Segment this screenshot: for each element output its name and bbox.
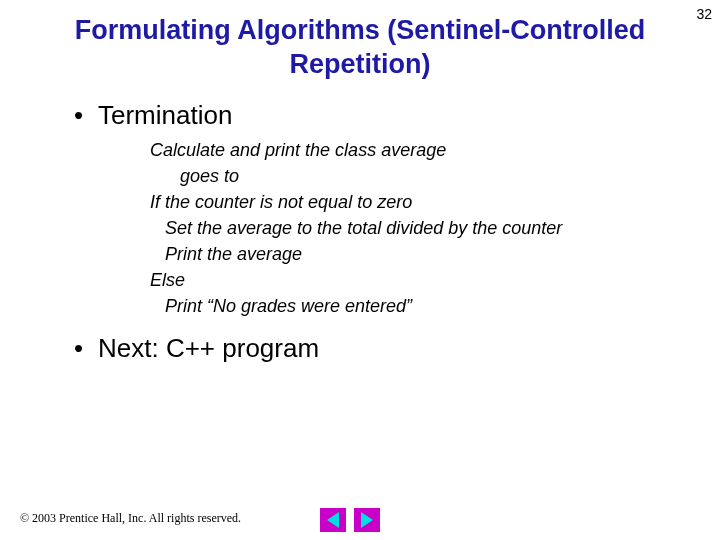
pseudo-line: Print “No grades were entered”: [150, 293, 690, 319]
nav-controls: [320, 508, 380, 532]
pseudocode-block: Calculate and print the class average go…: [150, 137, 690, 320]
slide-title: Formulating Algorithms (Sentinel-Control…: [70, 14, 650, 82]
bullet-dot-icon: •: [74, 335, 98, 361]
bullet-text: Next: C++ program: [98, 333, 319, 364]
slide-content: • Termination Calculate and print the cl…: [74, 100, 690, 365]
pseudo-line: If the counter is not equal to zero: [150, 189, 690, 215]
page-number: 32: [696, 6, 712, 22]
pseudo-line: Calculate and print the class average: [150, 137, 690, 163]
pseudo-line: Else: [150, 267, 690, 293]
slide: 32 Formulating Algorithms (Sentinel-Cont…: [0, 0, 720, 540]
pseudo-line: goes to: [150, 163, 690, 189]
prev-slide-button[interactable]: [320, 508, 346, 532]
pseudo-line: Set the average to the total divided by …: [150, 215, 690, 241]
bullet-text: Termination: [98, 100, 232, 131]
copyright-footer: © 2003 Prentice Hall, Inc. All rights re…: [20, 511, 241, 526]
pseudo-line: Print the average: [150, 241, 690, 267]
bullet-next: • Next: C++ program: [74, 333, 690, 364]
next-slide-button[interactable]: [354, 508, 380, 532]
arrow-left-icon: [327, 512, 339, 528]
bullet-dot-icon: •: [74, 102, 98, 128]
bullet-termination: • Termination: [74, 100, 690, 131]
arrow-right-icon: [361, 512, 373, 528]
